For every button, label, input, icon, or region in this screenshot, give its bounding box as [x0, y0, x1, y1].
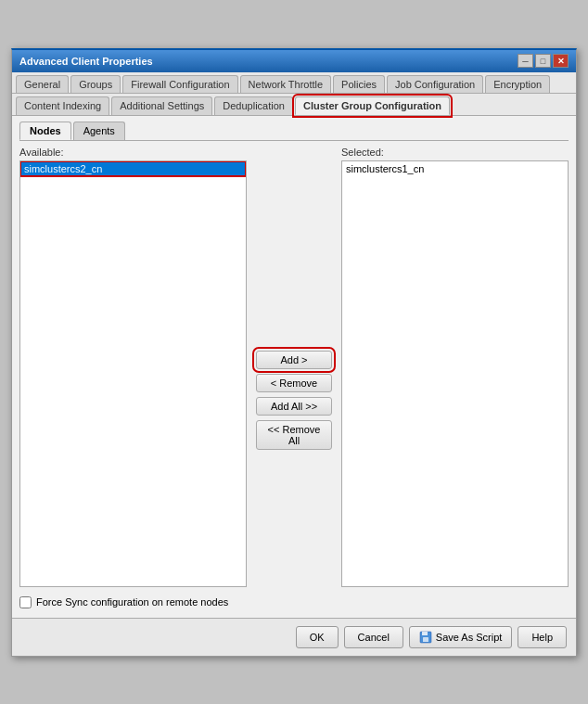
inner-tab-row: Nodes Agents: [19, 122, 569, 141]
selected-col: Selected: simclustercs1_cn: [341, 147, 569, 587]
help-button[interactable]: Help: [518, 626, 567, 648]
tab-general[interactable]: General: [16, 75, 69, 93]
tab-cluster-group-configuration[interactable]: Cluster Group Configuration: [295, 96, 450, 115]
tab-row-1: General Groups Firewall Configuration Ne…: [12, 72, 576, 94]
content-area: Nodes Agents Available: simclustercs2_cn…: [12, 116, 576, 618]
available-label: Available:: [19, 147, 247, 158]
title-bar: Advanced Client Properties ─ □ ✕: [12, 50, 576, 72]
ok-button[interactable]: OK: [296, 626, 339, 648]
list-item[interactable]: simclustercs2_cn: [20, 161, 246, 176]
available-col: Available: simclustercs2_cn: [19, 147, 247, 587]
svg-rect-2: [423, 637, 428, 642]
selected-label: Selected:: [341, 147, 569, 158]
title-bar-buttons: ─ □ ✕: [518, 54, 569, 68]
add-button[interactable]: Add >: [256, 351, 332, 369]
save-as-script-button[interactable]: Save As Script: [409, 626, 513, 648]
list-item[interactable]: simclustercs1_cn: [342, 161, 568, 176]
remove-button[interactable]: < Remove: [256, 374, 332, 392]
minimize-button[interactable]: ─: [518, 54, 533, 68]
inner-tab-nodes[interactable]: Nodes: [19, 122, 71, 140]
middle-buttons-col: Add > < Remove Add All >> << Remove All: [252, 147, 336, 450]
svg-rect-1: [422, 632, 428, 635]
force-sync-row: Force Sync configuration on remote nodes: [19, 593, 569, 612]
tab-encryption[interactable]: Encryption: [485, 75, 550, 93]
force-sync-label: Force Sync configuration on remote nodes: [36, 596, 228, 608]
available-list[interactable]: simclustercs2_cn: [19, 160, 247, 587]
columns-area: Available: simclustercs2_cn Add > < Remo…: [19, 147, 569, 587]
selected-list[interactable]: simclustercs1_cn: [341, 160, 569, 587]
tab-network-throttle[interactable]: Network Throttle: [240, 75, 332, 93]
remove-all-button[interactable]: << Remove All: [256, 420, 332, 450]
tab-firewall[interactable]: Firewall Configuration: [122, 75, 237, 93]
cancel-button[interactable]: Cancel: [344, 626, 403, 648]
save-as-script-label: Save As Script: [436, 632, 503, 643]
force-sync-checkbox[interactable]: [19, 596, 32, 608]
disk-icon: [419, 631, 432, 644]
maximize-button[interactable]: □: [535, 54, 551, 68]
tab-policies[interactable]: Policies: [333, 75, 385, 93]
inner-tab-agents[interactable]: Agents: [73, 122, 125, 140]
tab-groups[interactable]: Groups: [70, 75, 121, 93]
bottom-bar: OK Cancel Save As Script Help: [12, 618, 576, 656]
tab-deduplication[interactable]: Deduplication: [214, 96, 293, 115]
tab-row-2: Content Indexing Additional Settings Ded…: [12, 94, 576, 116]
add-all-button[interactable]: Add All >>: [256, 397, 332, 416]
window-title: Advanced Client Properties: [19, 56, 153, 67]
main-window: Advanced Client Properties ─ □ ✕ General…: [11, 48, 577, 657]
tab-job-configuration[interactable]: Job Configuration: [387, 75, 483, 93]
close-button[interactable]: ✕: [553, 54, 569, 68]
tab-additional-settings[interactable]: Additional Settings: [111, 96, 212, 115]
tab-content-indexing[interactable]: Content Indexing: [16, 96, 109, 115]
